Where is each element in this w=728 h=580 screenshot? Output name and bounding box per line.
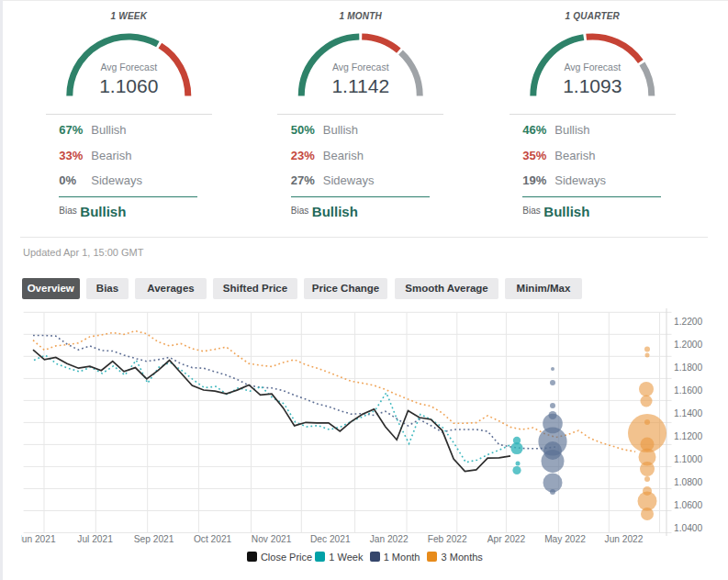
svg-text:Jul 2021: Jul 2021: [77, 534, 113, 544]
svg-text:1.2000: 1.2000: [674, 340, 702, 350]
svg-text:1.1200: 1.1200: [674, 431, 702, 441]
svg-text:1.1800: 1.1800: [674, 362, 702, 373]
svg-text:Apr 2022: Apr 2022: [487, 534, 526, 544]
svg-text:1.0800: 1.0800: [674, 477, 702, 487]
svg-text:Sep 2021: Sep 2021: [134, 534, 174, 544]
svg-text:Dec 2021: Dec 2021: [310, 534, 351, 544]
svg-text:May 2022: May 2022: [544, 534, 586, 544]
svg-text:Jan 2022: Jan 2022: [370, 534, 409, 544]
svg-text:1.1400: 1.1400: [674, 408, 702, 418]
svg-text:Feb 2022: Feb 2022: [428, 534, 467, 544]
svg-text:Jun 2022: Jun 2022: [605, 534, 644, 544]
svg-text:Oct 2021: Oct 2021: [194, 534, 232, 544]
svg-text:1.2200: 1.2200: [674, 317, 702, 327]
svg-text:1.0600: 1.0600: [674, 500, 702, 510]
svg-text:Jun 2021: Jun 2021: [17, 534, 56, 544]
svg-text:1.1000: 1.1000: [674, 454, 702, 464]
svg-text:1.1600: 1.1600: [674, 385, 702, 396]
svg-text:1.0400: 1.0400: [674, 523, 702, 533]
svg-text:Nov 2021: Nov 2021: [252, 534, 292, 544]
